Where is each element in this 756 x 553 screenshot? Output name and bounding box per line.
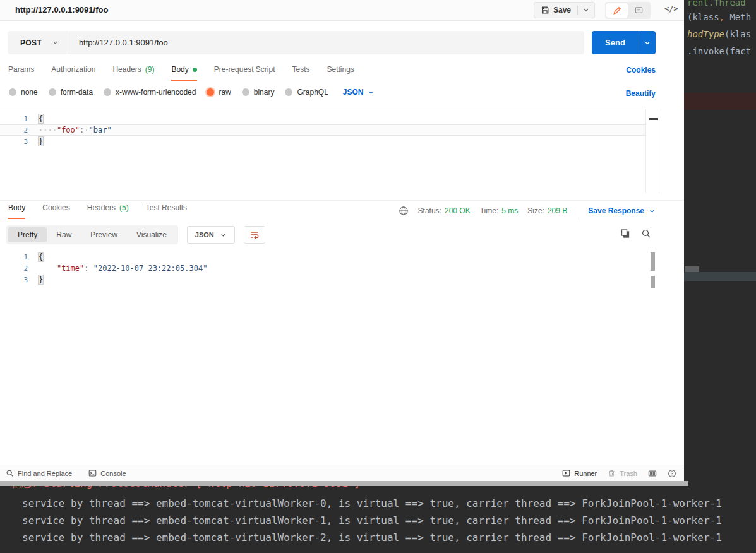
response-tab-cookies[interactable]: Cookies — [42, 203, 69, 219]
editor-line: 2 "time": "2022-10-07 23:22:05.304" — [0, 263, 645, 274]
response-format-select[interactable]: JSON — [187, 226, 235, 244]
request-editor-scrollbar[interactable] — [645, 109, 659, 193]
request-header-bar: http://127.0.0.1:9091/foo Save — [0, 0, 684, 21]
response-action-icons — [620, 229, 651, 239]
size-value: 209 B — [548, 206, 567, 215]
beautify-link[interactable]: Beautify — [626, 89, 656, 98]
find-and-replace-button[interactable]: Find and Replace — [6, 469, 72, 477]
line-number: 2 — [0, 265, 39, 273]
postman-window: http://127.0.0.1:9091/foo Save — [0, 0, 684, 481]
edit-comment-toggle — [605, 2, 651, 19]
editor-line: 3} — [0, 274, 645, 285]
response-status: Status:200 OK — [418, 206, 471, 215]
console-button[interactable]: Console — [88, 469, 126, 477]
ide-code-line: rent.Thread — [687, 0, 746, 8]
ide-code-line: hodType(klas — [687, 29, 751, 39]
editor-line: 3} — [0, 136, 645, 147]
body-mode-raw[interactable]: raw — [207, 88, 231, 97]
search-icon[interactable] — [641, 229, 651, 239]
help-button[interactable] — [668, 469, 676, 478]
response-scroll-thumb[interactable] — [651, 276, 655, 288]
edit-mode-button[interactable] — [606, 3, 628, 18]
code-toggle-icon[interactable]: </> — [664, 4, 678, 13]
status-value: 200 OK — [445, 206, 471, 215]
chevron-down-icon — [368, 89, 375, 96]
runner-button[interactable]: Runner — [562, 469, 597, 477]
copy-icon[interactable] — [620, 229, 630, 239]
request-url-bar: POST http://127.0.0.1:9091/foo — [8, 31, 584, 54]
trash-button[interactable]: Trash — [608, 469, 637, 477]
editor-line-current: 2····"foo":·"bar" — [0, 124, 645, 136]
tab-settings[interactable]: Settings — [327, 65, 354, 81]
save-options-button[interactable] — [578, 6, 594, 14]
cookies-link[interactable]: Cookies — [626, 66, 656, 74]
request-body-editor[interactable]: 1{ 2····"foo":·"bar" 3} — [0, 109, 645, 147]
edit-pencil-icon — [613, 6, 622, 15]
trash-icon — [608, 469, 616, 477]
help-icon — [668, 469, 676, 478]
chevron-down-icon — [220, 232, 227, 239]
response-tab-headers[interactable]: Headers (5) — [87, 203, 129, 219]
radio-icon — [104, 88, 111, 96]
body-modified-dot — [193, 68, 197, 72]
comment-mode-button[interactable] — [628, 3, 649, 18]
view-preview[interactable]: Preview — [81, 227, 127, 242]
line-number: 2 — [0, 126, 39, 134]
radio-selected-icon — [207, 88, 214, 96]
save-icon — [541, 6, 549, 15]
request-editor-scroll-thumb[interactable] — [649, 118, 658, 120]
ide-code-line: .invoke(fact — [687, 46, 751, 56]
save-button[interactable]: Save — [534, 6, 577, 15]
ide-code-line: (klass, Meth — [687, 12, 751, 22]
view-pretty[interactable]: Pretty — [8, 227, 47, 242]
headers-count-badge: (9) — [145, 65, 155, 74]
save-response-button[interactable]: Save Response — [577, 202, 656, 220]
response-tab-body[interactable]: Body — [8, 203, 25, 219]
request-tabs: Params Authorization Headers (9) Body Pr… — [8, 65, 354, 81]
send-button[interactable]: Send — [592, 31, 639, 54]
runner-icon — [562, 469, 570, 477]
request-tab-title: http://127.0.0.1:9091/foo — [15, 0, 108, 20]
split-pane-icon — [648, 469, 657, 478]
tab-headers[interactable]: Headers (9) — [112, 65, 154, 81]
raw-format-select[interactable]: JSON — [343, 88, 375, 97]
tab-pre-request-script[interactable]: Pre-request Script — [214, 65, 275, 81]
body-mode-binary[interactable]: binary — [242, 88, 275, 97]
send-options-button[interactable] — [639, 31, 656, 54]
radio-icon — [242, 88, 249, 96]
radio-icon — [49, 88, 56, 96]
ide-scroll-thumb[interactable] — [685, 266, 699, 272]
response-view-segmented: Pretty Raw Preview Visualize — [6, 225, 178, 244]
url-input[interactable]: http://127.0.0.1:9091/foo — [69, 38, 584, 47]
response-meta-bar: Status:200 OK Time:5 ms Size:209 B Save … — [399, 202, 656, 220]
console-horizontal-scrollbar[interactable] — [0, 481, 688, 486]
response-body-viewer[interactable]: 1{ 2 "time": "2022-10-07 23:22:05.304" 3… — [0, 251, 645, 285]
response-divider — [0, 200, 684, 201]
body-mode-none[interactable]: none — [9, 88, 38, 97]
response-scroll-thumb[interactable] — [651, 252, 655, 271]
ide-panel-edge — [684, 272, 756, 281]
line-number: 1 — [0, 253, 39, 261]
console-icon — [88, 469, 97, 477]
tab-body[interactable]: Body — [171, 65, 196, 81]
split-pane-button[interactable] — [648, 469, 657, 478]
body-mode-x-www-form-urlencoded[interactable]: x-www-form-urlencoded — [104, 88, 196, 97]
body-mode-form-data[interactable]: form-data — [49, 88, 93, 97]
ide-editor-region[interactable]: rent.Thread (klass, Meth hodType(klas .i… — [684, 0, 756, 481]
method-select[interactable]: POST — [8, 39, 52, 47]
response-view-controls: Pretty Raw Preview Visualize JSON — [6, 225, 265, 244]
body-mode-graphql[interactable]: GraphQL — [285, 88, 328, 97]
response-tab-test-results[interactable]: Test Results — [146, 203, 187, 219]
view-raw[interactable]: Raw — [47, 227, 81, 242]
time-value: 5 ms — [501, 206, 518, 215]
tab-authorization[interactable]: Authorization — [51, 65, 95, 81]
line-number: 3 — [0, 276, 39, 284]
ide-console[interactable]: 信息: Starting ProtocolHandler ["http-nio-… — [0, 481, 756, 553]
view-visualize[interactable]: Visualize — [127, 227, 176, 242]
chevron-down-icon[interactable] — [52, 39, 59, 46]
console-log-line: service by thread ==> embed-tomcat-virtu… — [22, 497, 722, 509]
response-tabs: Body Cookies Headers (5) Test Results — [8, 203, 187, 219]
wrap-lines-button[interactable] — [244, 226, 265, 244]
tab-params[interactable]: Params — [8, 65, 34, 81]
tab-tests[interactable]: Tests — [292, 65, 309, 81]
